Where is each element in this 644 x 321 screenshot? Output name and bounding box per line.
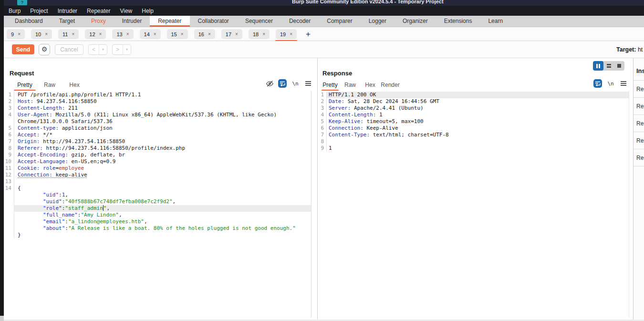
add-tab-button[interactable]: + [306, 30, 311, 39]
repeater-tab-10[interactable]: 10× [31, 29, 52, 39]
close-tab-icon[interactable]: × [262, 31, 265, 37]
inspector-item[interactable]: Re [634, 115, 644, 132]
response-tab-hex[interactable]: Hex [360, 80, 380, 91]
close-tab-icon[interactable]: × [154, 31, 156, 37]
tab-extensions[interactable]: Extensions [436, 16, 480, 27]
request-panel: Request PrettyRawHex \n 1PUT /profile/ap… [4, 58, 317, 320]
inspector-item[interactable]: Re [634, 132, 644, 149]
repeater-tab-14[interactable]: 14× [140, 29, 161, 39]
line-number: 8 [318, 138, 327, 145]
forward-arrow-icon[interactable]: > [113, 46, 123, 53]
menu-help[interactable]: Help [142, 8, 154, 14]
tab-dashboard[interactable]: Dashboard [7, 16, 51, 27]
inspector-rows: ReReReReRe [634, 81, 644, 166]
tab-repeater[interactable]: Repeater [150, 16, 189, 27]
request-editor-line: 10Accept-Language: en-US,en;q=0.9 [4, 158, 311, 165]
response-editor-line: 7Content-Type: text/html; charset=UTF-8 [318, 132, 629, 138]
forward-dropdown-icon[interactable]: ▾ [123, 47, 131, 52]
close-tab-icon[interactable]: × [45, 31, 48, 37]
request-settings-gear-icon[interactable]: ⚙ [39, 44, 50, 55]
repeater-tab-label: 12 [89, 31, 95, 37]
repeater-tab-12[interactable]: 12× [85, 29, 106, 39]
repeater-tab-11[interactable]: 11× [58, 29, 79, 39]
inspector-item[interactable]: Re [634, 81, 644, 98]
tab-sequencer[interactable]: Sequencer [237, 16, 281, 27]
close-tab-icon[interactable]: × [99, 31, 102, 37]
line-number: 6 [4, 132, 14, 138]
request-editor-line-text: { [14, 185, 311, 192]
request-editor[interactable]: 1PUT /profile/api.php/profile/1 HTTP/1.1… [4, 91, 312, 318]
tab-target[interactable]: Target [51, 16, 83, 27]
line-number: 8 [4, 145, 14, 152]
line-number: 6 [318, 125, 327, 132]
request-editor-line-text: "about":"A Release is like a boat. 80% o… [14, 225, 311, 232]
rows-layout-icon[interactable] [603, 61, 614, 71]
menu-view[interactable]: View [120, 8, 132, 14]
menu-icon[interactable] [304, 79, 312, 88]
response-editor-line: 8 [318, 138, 629, 145]
prettify-icon[interactable] [278, 79, 287, 88]
response-tab-render[interactable]: Render [380, 80, 400, 91]
response-tab-raw[interactable]: Raw [340, 80, 360, 91]
cancel-button[interactable]: Cancel [55, 44, 83, 55]
send-button[interactable]: Send [12, 44, 34, 54]
tab-proxy[interactable]: Proxy [83, 16, 114, 27]
menu-intruder[interactable]: Intruder [58, 8, 77, 14]
response-tab-pretty[interactable]: Pretty [320, 80, 340, 91]
back-arrow-icon[interactable]: < [89, 46, 99, 53]
close-tab-icon[interactable]: × [18, 31, 21, 37]
close-tab-icon[interactable]: × [126, 31, 129, 37]
request-editor-line: 1PUT /profile/api.php/profile/1 HTTP/1.1 [4, 92, 311, 98]
line-number: 11 [4, 165, 14, 172]
tab-comparer[interactable]: Comparer [319, 16, 360, 27]
repeater-tab-13[interactable]: 13× [112, 29, 133, 39]
tab-decoder[interactable]: Decoder [281, 16, 319, 27]
response-editor-line-text: HTTP/1.1 200 OK [327, 92, 629, 98]
tab-logger[interactable]: Logger [361, 16, 395, 27]
request-tab-pretty[interactable]: Pretty [12, 80, 37, 91]
newline-icon[interactable]: \n [291, 79, 300, 88]
repeater-tab-label: 17 [226, 31, 231, 37]
newline-icon[interactable]: \n [606, 79, 615, 88]
close-tab-icon[interactable]: × [208, 31, 211, 37]
forward-history-button[interactable]: > ▾ [112, 44, 131, 55]
back-dropdown-icon[interactable]: ▾ [99, 47, 107, 52]
menu-icon[interactable] [619, 79, 628, 88]
request-tab-hex[interactable]: Hex [62, 80, 87, 91]
menu-burp[interactable]: Burp [9, 8, 21, 14]
window-title: Burp Suite Community Edition v2024.5.4 -… [292, 0, 444, 4]
repeater-tab-17[interactable]: 17× [221, 29, 242, 39]
hide-eye-icon[interactable] [265, 79, 274, 88]
close-tab-icon[interactable]: × [72, 31, 74, 37]
tab-organizer[interactable]: Organizer [395, 16, 436, 27]
prettify-icon[interactable] [593, 79, 602, 88]
tab-learn[interactable]: Learn [480, 16, 511, 27]
close-tab-icon[interactable]: × [235, 31, 238, 37]
single-layout-icon[interactable] [614, 61, 624, 71]
inspector-item[interactable]: Re [634, 98, 644, 115]
line-number [4, 212, 14, 218]
repeater-tab-9[interactable]: 9× [7, 29, 25, 39]
request-view-tabs: PrettyRawHex [4, 80, 87, 91]
line-number [4, 225, 14, 232]
module-tab-bar: DashboardTargetProxyIntruderRepeaterColl… [4, 16, 644, 27]
repeater-tab-15[interactable]: 15× [167, 29, 188, 39]
repeater-tab-16[interactable]: 16× [194, 29, 215, 39]
response-editor-line: 6Connection: Keep-Alive [318, 125, 629, 132]
close-tab-icon[interactable]: × [181, 31, 184, 37]
tab-collaborator[interactable]: Collaborator [190, 16, 237, 27]
inspector-item[interactable]: Re [634, 149, 644, 166]
response-editor-line-text: Keep-Alive: timeout=5, max=100 [327, 118, 629, 125]
repeater-tab-18[interactable]: 18× [249, 29, 270, 39]
tab-intruder[interactable]: Intruder [114, 16, 150, 27]
menu-repeater[interactable]: Repeater [87, 8, 110, 14]
back-history-button[interactable]: < ▾ [88, 44, 107, 55]
request-tab-raw[interactable]: Raw [37, 80, 62, 91]
pause-layout-icon[interactable] [593, 61, 603, 71]
close-tab-icon[interactable]: × [290, 31, 292, 37]
request-editor-line-text: "uid":1, [14, 192, 311, 198]
repeater-tab-19[interactable]: 19× [276, 29, 297, 39]
line-number: 5 [318, 118, 327, 125]
response-editor[interactable]: 1HTTP/1.1 200 OK2Date: Sat, 28 Dec 2024 … [318, 91, 629, 318]
menu-project[interactable]: Project [30, 8, 48, 14]
